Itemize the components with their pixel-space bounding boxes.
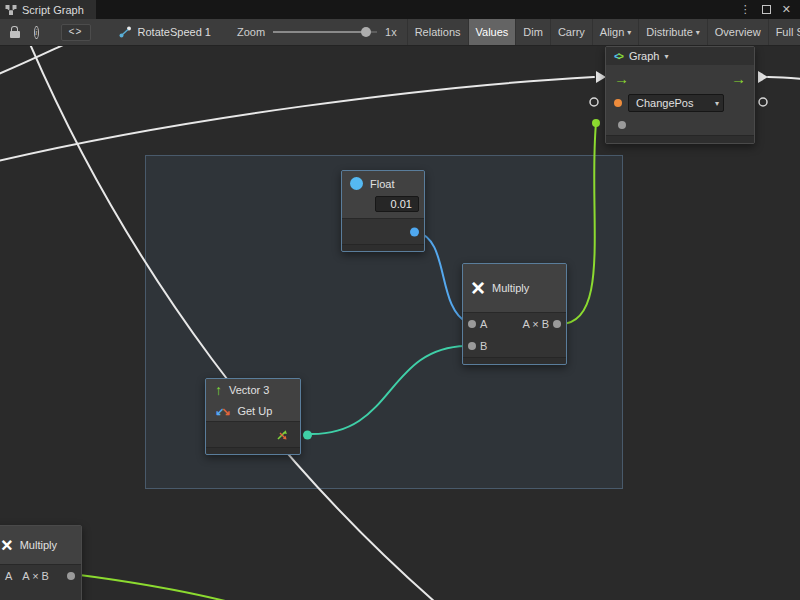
title-bar: Script Graph ⋮ ✕ (0, 0, 800, 19)
multiply-input-b-port[interactable] (468, 342, 476, 350)
flow-input-arrow-icon[interactable]: → (614, 71, 629, 86)
chevron-down-icon: ▾ (696, 28, 700, 37)
lock-icon[interactable] (10, 27, 20, 38)
wire-multiply2-output[interactable] (72, 574, 245, 600)
zoom-control: Zoom 1x (237, 26, 397, 38)
tab-script-graph[interactable]: Script Graph (0, 0, 96, 19)
vector-up-icon: ↑ (215, 383, 222, 397)
wire-white-to-graph-input[interactable] (0, 77, 594, 162)
port-label-a: A (5, 570, 12, 582)
node-vector3-getup[interactable]: ↑ Vector 3 ↙↘ Get Up (205, 378, 301, 455)
node-footer (463, 357, 566, 364)
wire-white-diagonal[interactable] (30, 46, 435, 600)
port-label-output: A × B (522, 318, 549, 330)
unity-script-graph-window: { "window": { "title": "Script Graph" },… (0, 0, 800, 600)
breadcrumb-label: RotateSpeed 1 (138, 26, 211, 38)
graph-toolbar: i <> RotateSpeed 1 Zoom 1x Relations Val… (0, 19, 800, 46)
window-controls: ⋮ ✕ (740, 3, 800, 16)
variable-dropdown[interactable]: ChangePos ▾ (628, 94, 724, 112)
toolbar-button-values[interactable]: Values (468, 19, 516, 45)
float-output-port[interactable] (410, 227, 419, 236)
wire-green-endpoint[interactable] (592, 119, 600, 127)
maximize-icon[interactable] (762, 5, 771, 14)
value-input-port[interactable] (618, 121, 626, 129)
float-value-input[interactable]: 0.01 (375, 196, 419, 212)
variable-name-port[interactable] (614, 99, 622, 107)
variable-name: ChangePos (636, 97, 694, 109)
multiply2-output-port[interactable] (67, 572, 75, 580)
node-operation: Get Up (237, 405, 272, 417)
node-title: Multiply (492, 282, 529, 294)
node-footer (606, 135, 754, 143)
toolbar-button-carry[interactable]: Carry (550, 19, 592, 45)
window-menu-icon[interactable]: ⋮ (740, 3, 751, 16)
info-icon[interactable]: i (34, 26, 39, 39)
chevron-down-icon: ▾ (627, 28, 631, 37)
multiply-output-port[interactable] (553, 320, 561, 328)
multiply-icon: × (471, 278, 485, 298)
open-port-left[interactable] (590, 98, 598, 106)
vector-port-icon (276, 429, 288, 441)
node-graph-changepos[interactable]: <> Graph ▾ → → ChangePos ▾ (605, 46, 755, 144)
multiply-icon: × (1, 536, 13, 554)
script-graph-icon (119, 26, 132, 38)
graph-node-title: Graph (629, 50, 660, 62)
zoom-slider-handle[interactable] (361, 27, 371, 37)
script-graph-window-icon (5, 4, 17, 16)
breadcrumb[interactable]: RotateSpeed 1 (119, 26, 211, 38)
open-port-right[interactable] (759, 98, 767, 106)
multiply-input-a-port[interactable] (468, 320, 476, 328)
node-footer (342, 244, 424, 251)
chevron-down-icon[interactable]: ▾ (664, 52, 668, 61)
zoom-label: Zoom (237, 26, 265, 38)
toolbar-button-fullscreen[interactable]: Full Screen (768, 19, 800, 45)
node-footer (206, 447, 300, 454)
edit-graph-icon[interactable]: <> (61, 24, 91, 41)
port-label-b: B (480, 340, 487, 352)
node-title: Multiply (20, 539, 57, 551)
wire-white-graph-output[interactable] (768, 77, 800, 79)
port-label-output: A × B (22, 570, 49, 582)
toolbar-button-dim[interactable]: Dim (515, 19, 550, 45)
toolbar-button-group: Relations Values Dim Carry Align ▾ Distr… (407, 19, 800, 45)
chevron-down-icon: ▾ (715, 99, 719, 108)
toolbar-button-align[interactable]: Align ▾ (592, 19, 638, 45)
flow-output-arrow-icon[interactable]: → (731, 71, 746, 86)
node-multiply-2[interactable]: × Multiply A A × B (0, 525, 82, 600)
zoom-value: 1x (385, 26, 397, 38)
node-float[interactable]: Float 0.01 (341, 170, 425, 252)
close-icon[interactable]: ✕ (782, 3, 791, 16)
node-title: Vector 3 (229, 384, 269, 396)
toolbar-button-distribute[interactable]: Distribute ▾ (638, 19, 706, 45)
node-title: Float (370, 178, 394, 190)
wire-getup-to-multiply-b[interactable] (309, 346, 466, 434)
vector-output-port[interactable] (303, 430, 312, 439)
node-multiply[interactable]: × Multiply A A × B B (462, 263, 567, 365)
float-type-icon (350, 177, 363, 190)
toolbar-button-relations[interactable]: Relations (407, 19, 468, 45)
window-title: Script Graph (22, 4, 84, 16)
toolbar-button-overview[interactable]: Overview (707, 19, 768, 45)
graph-canvas[interactable]: Float 0.01 × Multiply A A × B B (0, 46, 800, 600)
flow-out-triangle-icon[interactable] (758, 71, 768, 83)
port-label-a: A (480, 318, 487, 330)
zoom-slider[interactable] (273, 31, 377, 33)
